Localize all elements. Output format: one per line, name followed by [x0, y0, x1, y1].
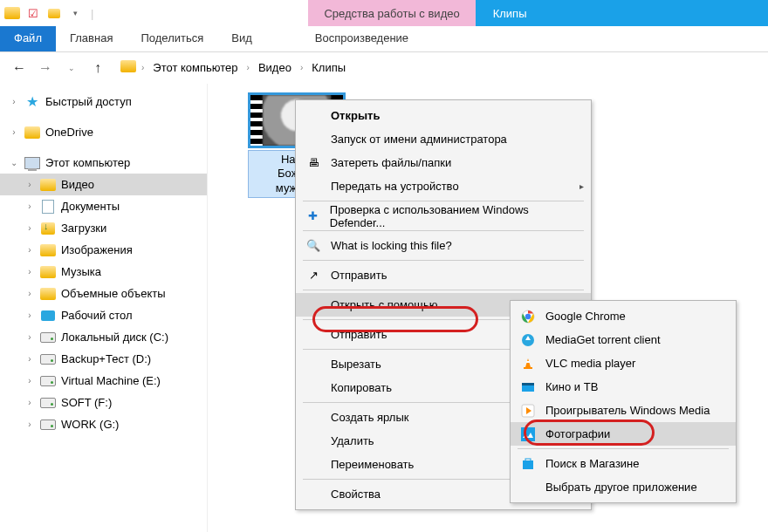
chrome-icon — [519, 308, 537, 325]
tree-label: Изображения — [61, 243, 133, 256]
menu-label: Поиск в Магазине — [545, 457, 640, 470]
expand-icon[interactable]: › — [24, 267, 35, 276]
folder-small-icon[interactable] — [45, 4, 63, 22]
tree-item-downloads[interactable]: › Загрузки — [0, 217, 207, 239]
open-with-store-search[interactable]: Поиск в Магазине — [511, 452, 736, 475]
qat-dropdown-icon[interactable]: ▾ — [66, 4, 84, 22]
tree-onedrive[interactable]: › OneDrive — [0, 121, 207, 143]
open-with-photos[interactable]: Фотографии — [511, 422, 736, 446]
breadcrumb-item[interactable]: Этот компьютер — [149, 59, 241, 76]
blank-icon — [305, 178, 322, 195]
content-pane[interactable]: Натали Боже, ка мужчина! Открыть Запуск … — [208, 84, 768, 532]
menu-label: Затереть файлы/папки — [331, 156, 451, 169]
expand-icon[interactable]: › — [9, 97, 19, 106]
open-with-wmp[interactable]: Проигрыватель Windows Media — [511, 399, 736, 422]
open-with-mediaget[interactable]: MediaGet torrent client — [511, 328, 736, 351]
expand-icon[interactable]: › — [24, 201, 35, 211]
chevron-right-icon[interactable]: › — [247, 63, 250, 72]
tree-label: Объемные объекты — [61, 287, 166, 300]
tree-item-3d-objects[interactable]: › Объемные объекты — [0, 283, 207, 304]
svg-point-1 — [525, 313, 531, 318]
expand-icon[interactable]: › — [24, 310, 35, 320]
expand-icon[interactable]: › — [24, 223, 35, 233]
tree-label: OneDrive — [45, 126, 93, 139]
recent-dropdown[interactable]: ⌄ — [61, 58, 82, 78]
tab-playback[interactable]: Воспроизведение — [301, 26, 422, 51]
breadcrumb[interactable]: › Этот компьютер › Видео › Клипы — [120, 59, 349, 76]
title-bar: ☑ ▾ | Средства работы с видео Клипы — [0, 0, 768, 26]
tab-share[interactable]: Поделиться — [127, 26, 217, 51]
chevron-right-icon: ▸ — [579, 181, 584, 191]
menu-defender-scan[interactable]: ✚ Проверка с использованием Windows Defe… — [296, 204, 591, 228]
open-with-movies-tv[interactable]: Кино и ТВ — [511, 375, 736, 399]
tree-item-pictures[interactable]: › Изображения — [0, 239, 207, 261]
drive-icon — [40, 373, 56, 389]
expand-icon[interactable]: › — [24, 289, 35, 298]
menu-wipe-files[interactable]: 🖶 Затереть файлы/папки — [296, 151, 591, 174]
expand-icon[interactable]: › — [24, 354, 35, 364]
tab-view[interactable]: Вид — [217, 26, 266, 51]
tree-item-desktop[interactable]: › Рабочий стол — [0, 304, 207, 326]
chevron-right-icon[interactable]: › — [141, 63, 144, 72]
open-with-choose-another[interactable]: Выбрать другое приложение — [511, 475, 736, 499]
open-with-submenu: Google Chrome MediaGet torrent client VL… — [510, 300, 737, 503]
menu-cast-to-device[interactable]: Передать на устройство ▸ — [296, 174, 591, 198]
tree-item-drive-d[interactable]: › Backup+Тест (D:) — [0, 348, 207, 370]
quick-access-toolbar: ☑ ▾ | — [0, 0, 100, 26]
expand-icon[interactable]: › — [24, 419, 35, 429]
tree-this-pc[interactable]: ⌄ Этот компьютер — [0, 152, 207, 174]
navigation-tree[interactable]: › ★ Быстрый доступ › OneDrive ⌄ Этот ком… — [0, 84, 208, 532]
menu-label: Выбрать другое приложение — [545, 481, 697, 494]
tree-item-video[interactable]: › Видео — [0, 174, 207, 195]
menu-run-as-admin[interactable]: Запуск от имени администратора — [296, 127, 591, 151]
menu-what-is-locking[interactable]: 🔍 What is locking this file? — [296, 234, 591, 257]
separator: | — [91, 7, 93, 20]
back-button[interactable]: ← — [9, 58, 30, 78]
printer-icon: 🖶 — [305, 154, 322, 172]
qat-properties-icon[interactable]: ☑ — [24, 4, 42, 22]
downloads-folder-icon — [40, 221, 56, 236]
tree-item-drive-f[interactable]: › SOFT (F:) — [0, 392, 207, 413]
tree-label: Загрузки — [61, 222, 106, 235]
menu-open[interactable]: Открыть — [296, 104, 591, 127]
music-folder-icon — [40, 264, 56, 280]
tree-item-music[interactable]: › Музыка — [0, 261, 207, 283]
blank-icon — [305, 326, 322, 344]
navigation-bar: ← → ⌄ ↑ › Этот компьютер › Видео › Клипы — [0, 52, 768, 84]
open-with-chrome[interactable]: Google Chrome — [511, 304, 736, 328]
menu-send-to[interactable]: ↗ Отправить — [296, 263, 591, 287]
open-with-vlc[interactable]: VLC media player — [511, 351, 736, 375]
expand-icon[interactable]: › — [24, 245, 35, 255]
movies-tv-icon — [519, 379, 537, 396]
menu-label: VLC media player — [545, 357, 635, 370]
tree-label: Backup+Тест (D:) — [61, 352, 151, 365]
menu-label: What is locking this file? — [331, 239, 452, 252]
chevron-right-icon[interactable]: › — [300, 63, 303, 72]
tree-item-drive-e[interactable]: › Virtual Machine (E:) — [0, 370, 207, 392]
wmp-icon — [519, 402, 537, 419]
expand-icon[interactable]: › — [24, 332, 35, 342]
ribbon-tabs: Файл Главная Поделиться Вид Воспроизведе… — [0, 26, 768, 52]
tab-home[interactable]: Главная — [56, 26, 127, 51]
menu-label: Свойства — [331, 488, 381, 501]
menu-separator — [303, 260, 584, 261]
menu-separator — [518, 448, 729, 449]
tab-file[interactable]: Файл — [0, 26, 56, 51]
blank-icon — [305, 486, 322, 503]
tree-quick-access[interactable]: › ★ Быстрый доступ — [0, 91, 207, 113]
blank-icon — [305, 379, 322, 397]
collapse-icon[interactable]: ⌄ — [9, 158, 19, 167]
up-button[interactable]: ↑ — [87, 58, 108, 78]
tree-item-drive-c[interactable]: › Локальный диск (C:) — [0, 326, 207, 348]
breadcrumb-item[interactable]: Клипы — [308, 59, 349, 76]
mediaget-icon — [519, 331, 537, 349]
tree-item-drive-g[interactable]: › WORK (G:) — [0, 413, 207, 435]
expand-icon[interactable]: › — [24, 398, 35, 407]
breadcrumb-root-icon[interactable] — [120, 60, 136, 75]
expand-icon[interactable]: › — [24, 376, 35, 385]
breadcrumb-item[interactable]: Видео — [255, 59, 295, 76]
expand-icon[interactable]: › — [24, 180, 35, 189]
tree-item-documents[interactable]: › Документы — [0, 195, 207, 217]
forward-button[interactable]: → — [35, 58, 56, 78]
expand-icon[interactable]: › — [9, 127, 19, 137]
